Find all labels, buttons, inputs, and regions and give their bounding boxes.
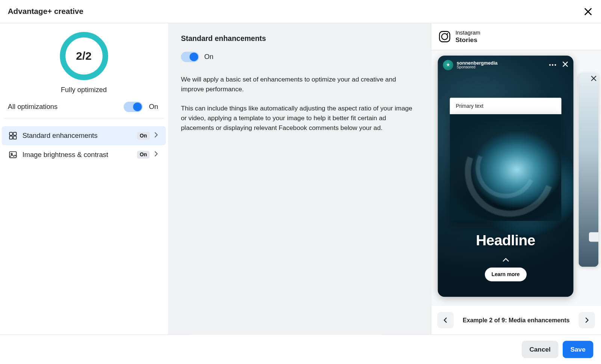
preview-placement: Stories xyxy=(455,36,480,44)
chevron-up-icon xyxy=(438,257,573,263)
close-icon[interactable] xyxy=(591,75,597,83)
save-button[interactable]: Save xyxy=(563,341,593,358)
standard-enhancements-state: On xyxy=(204,53,213,61)
detail-description-1: We will apply a basic set of enhancement… xyxy=(181,74,418,94)
detail-title: Standard enhancements xyxy=(181,35,418,43)
story-headline: Headline xyxy=(438,232,573,249)
story-account-name: sonnenbergmedia xyxy=(457,60,498,65)
sidebar-item-label: Image brightness & contrast xyxy=(23,151,109,159)
svg-rect-4 xyxy=(9,152,16,158)
prev-example-button[interactable] xyxy=(437,312,454,328)
cancel-button[interactable]: Cancel xyxy=(522,341,559,358)
svg-rect-2 xyxy=(9,136,12,139)
preview-platform: Instagram xyxy=(455,29,480,36)
chevron-right-icon xyxy=(153,132,159,140)
status-badge: On xyxy=(137,132,149,140)
all-optimizations-state: On xyxy=(149,103,158,110)
example-counter-label: Example 2 of 9: Media enhancements xyxy=(460,317,573,323)
detail-panel: Standard enhancements On We will apply a… xyxy=(168,23,431,334)
preview-story-card: sonnenbergmedia Sponsored ••• Primary te… xyxy=(438,55,573,296)
close-icon[interactable] xyxy=(583,6,593,17)
gauge-label: Fully optimized xyxy=(0,86,168,94)
optimization-gauge: 2/2 xyxy=(60,32,108,80)
grid-icon xyxy=(9,131,17,140)
close-icon[interactable] xyxy=(562,61,568,69)
page-title: Advantage+ creative xyxy=(8,7,83,16)
sidebar-item-image-brightness-contrast[interactable]: Image brightness & contrast On xyxy=(2,145,166,164)
standard-enhancements-toggle[interactable] xyxy=(181,52,199,62)
detail-description-2: This can include things like automatical… xyxy=(181,103,418,133)
chevron-right-icon xyxy=(153,151,159,159)
story-primary-text: Primary text xyxy=(450,98,561,114)
gauge-value: 2/2 xyxy=(76,49,91,63)
sidebar-item-label: Standard enhancements xyxy=(23,132,98,140)
sidebar: 2/2 Fully optimized All optimizations On xyxy=(0,23,168,334)
all-optimizations-label: All optimizations xyxy=(8,103,58,111)
story-inner-image xyxy=(450,114,561,221)
svg-rect-3 xyxy=(14,136,17,139)
svg-rect-0 xyxy=(9,132,12,135)
story-sponsored-label: Sponsored xyxy=(457,65,498,69)
all-optimizations-toggle[interactable] xyxy=(124,102,142,112)
next-example-button[interactable] xyxy=(578,312,595,328)
preview-secondary-card xyxy=(578,72,598,266)
avatar xyxy=(443,60,453,70)
more-icon[interactable]: ••• xyxy=(549,62,557,68)
instagram-icon xyxy=(439,31,450,42)
sidebar-item-standard-enhancements[interactable]: Standard enhancements On xyxy=(2,126,166,145)
story-cta-button[interactable]: Learn more xyxy=(485,267,527,281)
status-badge: On xyxy=(137,151,149,159)
svg-rect-1 xyxy=(14,132,17,135)
preview-panel: Instagram Stories xyxy=(431,23,601,334)
image-icon xyxy=(9,150,17,159)
